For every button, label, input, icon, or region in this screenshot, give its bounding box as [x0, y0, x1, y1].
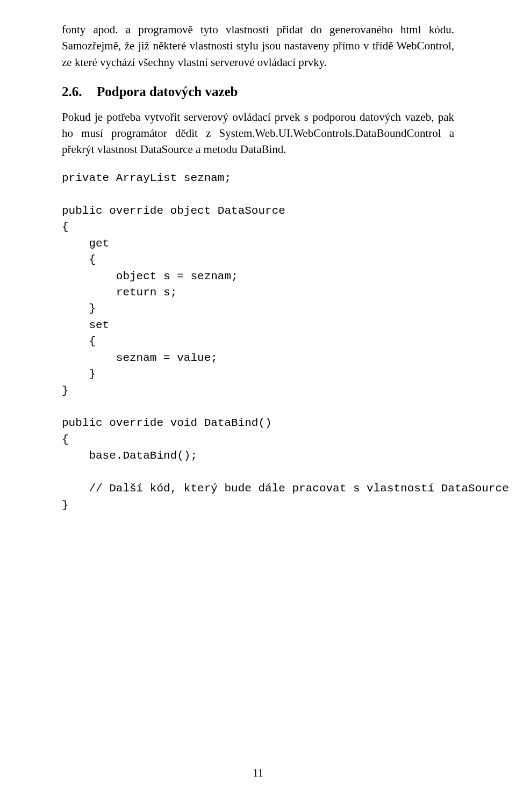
section-title: Podpora datových vazeb	[97, 84, 238, 99]
paragraph-intro: fonty apod. a programově tyto vlastnosti…	[62, 21, 454, 70]
section-number: 2.6.	[62, 84, 82, 99]
page-number: 11	[0, 766, 516, 780]
section-heading: 2.6. Podpora datových vazeb	[62, 84, 454, 99]
paragraph-body: Pokud je potřeba vytvořit serverový ovlá…	[62, 109, 454, 158]
code-block: private ArrayList seznam; public overrid…	[62, 170, 454, 513]
page: fonty apod. a programově tyto vlastnosti…	[0, 0, 516, 812]
